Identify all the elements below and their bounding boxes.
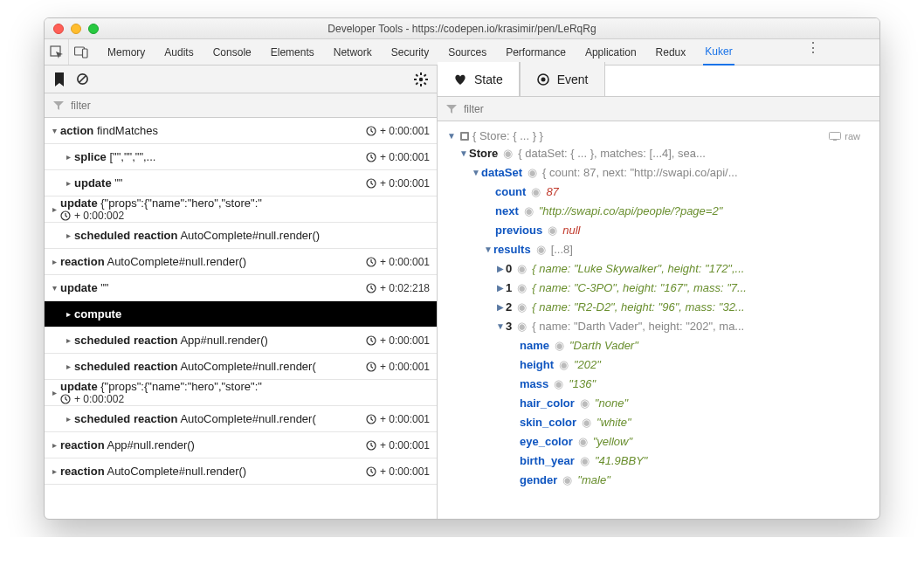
- devtools-tab-network[interactable]: Network: [332, 39, 374, 65]
- zoom-window-icon[interactable]: [88, 24, 99, 34]
- bookmark-icon[interactable]: [53, 72, 66, 86]
- chevron-icon[interactable]: ▸: [62, 362, 74, 371]
- event-label: action findMatches: [60, 124, 366, 137]
- eye-icon[interactable]: ◉: [555, 336, 564, 355]
- event-list[interactable]: ▾action findMatches+ 0:00:001▸splice [""…: [45, 118, 437, 519]
- chevron-icon[interactable]: ▾: [48, 126, 60, 135]
- chevron-icon[interactable]: ▸: [62, 178, 74, 188]
- event-row[interactable]: ▸update {"props":{"name":"hero","store":…: [45, 380, 437, 406]
- eye-icon[interactable]: ◉: [582, 413, 591, 432]
- tree-arrow-icon[interactable]: ▶: [495, 259, 506, 279]
- close-window-icon[interactable]: [53, 24, 64, 34]
- eye-icon[interactable]: ◉: [517, 279, 527, 298]
- chevron-icon[interactable]: ▸: [62, 309, 74, 319]
- event-row[interactable]: ▾update ""+ 0:02:218: [45, 275, 437, 301]
- eye-icon[interactable]: ◉: [503, 144, 513, 163]
- eye-icon[interactable]: ◉: [524, 202, 534, 221]
- svg-point-27: [541, 77, 545, 81]
- settings-icon[interactable]: [414, 72, 428, 86]
- right-tabs: State Event: [438, 62, 879, 97]
- tree-arrow-icon[interactable]: ▼: [459, 144, 469, 163]
- event-row[interactable]: ▸reaction App#null.render()+ 0:00:001: [45, 432, 437, 458]
- tree-arrow-icon[interactable]: ▼: [446, 127, 457, 146]
- tree-leaf[interactable]: name◉"Darth Vader": [446, 336, 871, 355]
- tab-event[interactable]: Event: [520, 62, 605, 96]
- inspect-element-icon[interactable]: [45, 39, 69, 65]
- filter-icon: [446, 104, 457, 114]
- chevron-icon[interactable]: ▸: [48, 204, 60, 214]
- eye-icon[interactable]: ◉: [517, 298, 527, 317]
- eye-icon[interactable]: ◉: [559, 355, 569, 375]
- eye-icon[interactable]: ◉: [554, 375, 563, 394]
- more-icon[interactable]: ⋮: [806, 39, 820, 56]
- chevron-icon[interactable]: ▸: [48, 388, 60, 397]
- event-row[interactable]: ▸reaction AutoComplete#null.render()+ 0:…: [45, 249, 437, 275]
- tree-leaf[interactable]: mass◉"136": [446, 375, 871, 394]
- chevron-icon[interactable]: ▸: [62, 231, 74, 240]
- chevron-icon[interactable]: ▸: [62, 335, 74, 345]
- event-label: scheduled reaction AutoComplete#null.ren…: [74, 360, 366, 373]
- tree-arrow-icon[interactable]: ▶: [495, 279, 506, 298]
- tree-leaf[interactable]: eye_color◉"yellow": [446, 432, 871, 452]
- svg-rect-28: [830, 133, 841, 140]
- event-row[interactable]: ▸compute: [45, 301, 437, 327]
- event-row[interactable]: ▸scheduled reaction AutoComplete#null.re…: [45, 406, 437, 432]
- tab-state[interactable]: State: [438, 62, 520, 96]
- event-row[interactable]: ▸update {"props":{"name":"hero","store":…: [45, 196, 437, 223]
- event-row[interactable]: ▸scheduled reaction App#null.render()+ 0…: [45, 327, 437, 354]
- devtools-tab-memory[interactable]: Memory: [106, 39, 147, 65]
- devtools-tab-sources[interactable]: Sources: [446, 39, 488, 65]
- eye-icon[interactable]: ◉: [580, 394, 590, 413]
- devtools-window: Developer Tools - https://codepen.io/kra…: [44, 17, 880, 520]
- state-tree[interactable]: ▼ { Store: { ... } } raw ▼ Store ◉ { dat…: [438, 121, 879, 519]
- devtools-tab-performance[interactable]: Performance: [504, 39, 568, 65]
- eye-icon[interactable]: ◉: [580, 452, 590, 471]
- raw-toggle[interactable]: raw: [829, 127, 860, 146]
- event-time: + 0:02:218: [366, 282, 430, 294]
- event-row[interactable]: ▸scheduled reaction AutoComplete#null.re…: [45, 354, 437, 380]
- tree-leaf[interactable]: height◉"202": [446, 355, 871, 375]
- chevron-icon[interactable]: ▸: [62, 152, 74, 162]
- left-filter-input[interactable]: [71, 100, 428, 112]
- eye-icon[interactable]: ◉: [517, 317, 527, 336]
- tree-leaf[interactable]: birth_year◉"41.9BBY": [446, 452, 871, 471]
- clear-icon[interactable]: [76, 72, 89, 86]
- tree-leaf[interactable]: gender◉"male": [446, 471, 871, 490]
- devtools-tab-audits[interactable]: Audits: [162, 39, 195, 65]
- device-toolbar-icon[interactable]: [69, 39, 93, 65]
- chevron-icon[interactable]: ▾: [48, 283, 60, 293]
- devtools-tab-console[interactable]: Console: [211, 39, 253, 65]
- chevron-icon[interactable]: ▸: [48, 466, 60, 476]
- chevron-icon[interactable]: ▸: [48, 440, 60, 450]
- devtools-tab-security[interactable]: Security: [390, 39, 431, 65]
- minimize-window-icon[interactable]: [71, 24, 81, 34]
- event-row[interactable]: ▸update ""+ 0:00:001: [45, 170, 437, 196]
- eye-icon[interactable]: ◉: [528, 163, 537, 183]
- event-row[interactable]: ▸splice ["","","",...+ 0:00:001: [45, 144, 437, 170]
- tree-preview: { name: "Luke Skywalker", height: "172",…: [532, 259, 744, 279]
- devtools-tab-application[interactable]: Application: [583, 39, 638, 65]
- tree-arrow-icon[interactable]: ▼: [471, 163, 481, 183]
- tree-arrow-icon[interactable]: ▶: [495, 298, 506, 317]
- tree-arrow-icon[interactable]: ▼: [495, 317, 506, 336]
- tree-leaf[interactable]: hair_color◉"none": [446, 394, 871, 413]
- eye-icon[interactable]: ◉: [536, 240, 546, 259]
- eye-icon[interactable]: ◉: [578, 432, 588, 452]
- right-filter-input[interactable]: [464, 103, 871, 115]
- window-title: Developer Tools - https://codepen.io/kra…: [45, 23, 879, 35]
- eye-icon[interactable]: ◉: [531, 183, 541, 202]
- tree-arrow-icon[interactable]: ▼: [483, 240, 493, 259]
- eye-icon[interactable]: ◉: [548, 221, 557, 240]
- event-row[interactable]: ▸reaction AutoComplete#null.render()+ 0:…: [45, 458, 437, 485]
- tree-leaf[interactable]: skin_color◉"white": [446, 413, 871, 432]
- eye-icon[interactable]: ◉: [562, 471, 572, 490]
- devtools-tab-redux[interactable]: Redux: [654, 39, 688, 65]
- event-row[interactable]: ▾action findMatches+ 0:00:001: [45, 118, 437, 144]
- devtools-tab-elements[interactable]: Elements: [269, 39, 316, 65]
- chevron-icon[interactable]: ▸: [48, 257, 60, 266]
- tree-preview: { name: "Darth Vader", height: "202", ma…: [532, 317, 744, 336]
- event-row[interactable]: ▸scheduled reaction AutoComplete#null.re…: [45, 223, 437, 249]
- tree-key: eye_color: [520, 432, 573, 452]
- chevron-icon[interactable]: ▸: [62, 414, 74, 424]
- eye-icon[interactable]: ◉: [517, 259, 527, 279]
